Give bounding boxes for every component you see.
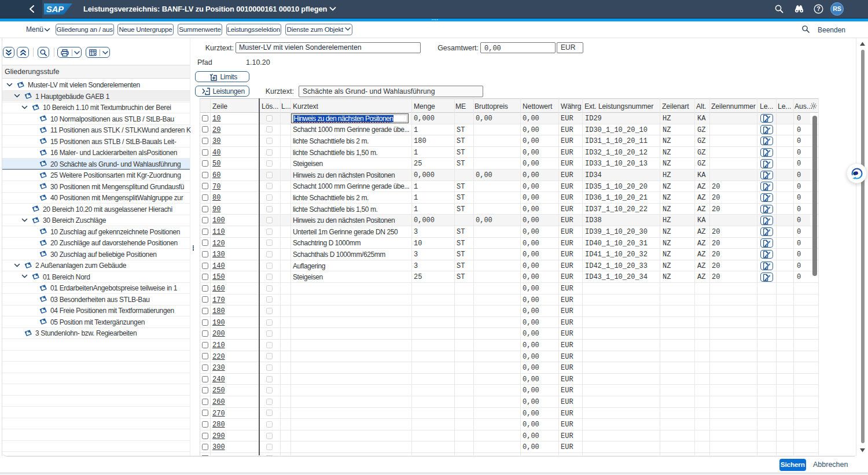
- svg-text:?: ?: [816, 5, 820, 12]
- svg-text:SAP: SAP: [46, 5, 64, 14]
